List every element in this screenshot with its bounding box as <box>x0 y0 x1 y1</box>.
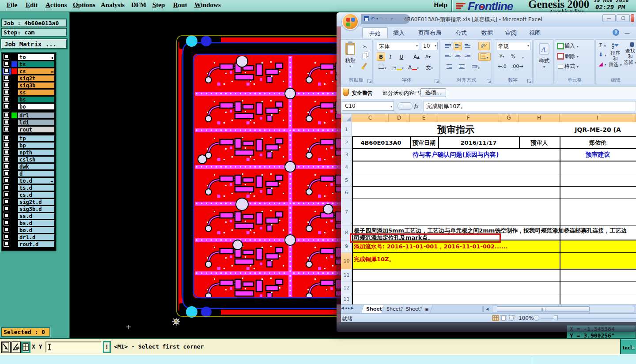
zoom-level[interactable]: 100% <box>519 315 534 321</box>
layer-checkbox-tp[interactable] <box>3 135 11 142</box>
ribbon-tab-4[interactable]: 公式 <box>450 27 473 38</box>
ribbon-tab-6[interactable]: 审阅 <box>500 27 522 38</box>
layer-row-cs.d[interactable]: cs.d <box>3 191 55 198</box>
phonetic-button[interactable]: 文▾ <box>423 63 436 71</box>
fill-color-button[interactable]: ◳▾ <box>391 63 404 71</box>
shrink-font-button[interactable]: A▾ <box>423 53 433 61</box>
layer-checkbox-npth[interactable] <box>3 149 11 156</box>
job-matrix-button[interactable]: Job Matrix ... <box>1 39 67 49</box>
paste-button[interactable]: 粘贴 ▾ <box>342 41 358 76</box>
font-color-button[interactable]: A▾ <box>407 63 420 71</box>
layer-name[interactable]: rout.d <box>18 241 55 248</box>
layer-checkbox-ss.d[interactable] <box>3 213 11 219</box>
merge-center-button[interactable]: ▾ <box>478 53 491 61</box>
xy-input[interactable] <box>45 341 102 353</box>
layer-row-ss.d[interactable]: ss.d <box>3 213 55 219</box>
units-toggle-button[interactable]: Inch <box>620 339 636 355</box>
layer-name[interactable]: drl.d <box>18 234 55 240</box>
layer-checkbox-dwk[interactable] <box>3 163 11 170</box>
delete-cells-button[interactable]: 删除 ▾ <box>558 53 579 61</box>
layer-checkbox-ts[interactable] <box>3 61 11 68</box>
layer-checkbox-rout.d[interactable] <box>3 241 11 248</box>
layer-row-bs[interactable]: bs <box>3 96 55 103</box>
format-cells-button[interactable]: 格式 ▾ <box>558 63 579 71</box>
clipboard-dialog-launcher[interactable] <box>367 79 371 83</box>
layer-checkbox-bs[interactable] <box>3 96 11 103</box>
command-bang-button[interactable]: ! <box>103 341 111 353</box>
layer-row-to[interactable]: to◄ <box>3 54 55 60</box>
office-button[interactable] <box>342 13 359 30</box>
layer-name[interactable]: tp <box>18 135 55 142</box>
menu-analysis[interactable]: Analysis <box>101 1 125 9</box>
zoom-tool-button[interactable] <box>1 341 11 353</box>
layer-name[interactable]: bo.d <box>18 227 55 233</box>
job-number-cell[interactable]: 4B60E013A0 <box>352 137 410 149</box>
minimize-button[interactable]: — <box>602 14 616 22</box>
row-header-11[interactable]: 11 <box>341 269 352 281</box>
layer-checkbox-cs.d[interactable] <box>3 191 11 198</box>
reviewer-cell[interactable]: 郑佑伦 <box>560 137 636 149</box>
zoom-out-button[interactable]: − <box>534 315 539 321</box>
layer-row-drl[interactable]: drl <box>3 112 55 119</box>
ribbon-tab-2[interactable]: 插入 <box>388 27 410 38</box>
row-header-6[interactable]: 6 <box>341 187 352 199</box>
wrap-text-button[interactable]: ▾ <box>469 63 482 71</box>
grow-font-button[interactable]: A▴ <box>411 53 422 61</box>
layer-row-ss[interactable]: ss <box>3 89 55 96</box>
menu-windows[interactable]: Windows <box>194 1 221 9</box>
layer-row-bo[interactable]: bo <box>3 103 55 110</box>
layer-checkbox-cs[interactable] <box>3 68 11 75</box>
layer-checkbox-d[interactable] <box>3 170 11 177</box>
layer-name[interactable]: bo <box>18 103 55 110</box>
number-dialog-launcher[interactable] <box>527 79 531 83</box>
menu-dfm[interactable]: DFM <box>131 1 146 9</box>
layer-row-rout.d[interactable]: rout.d <box>3 241 55 248</box>
layer-name[interactable]: bs.d <box>18 220 55 226</box>
ribbon-tab-1[interactable]: 开始 <box>362 27 388 38</box>
layer-name[interactable]: drl <box>18 112 55 119</box>
serial-number-note[interactable]: 添加流水号: 2016-11-01-001，2016-11-01-002....… <box>354 243 508 251</box>
ribbon-tab-5[interactable]: 数据 <box>476 27 498 38</box>
column-header-F[interactable]: F <box>438 114 499 122</box>
layer-checkbox-sig3b.d[interactable] <box>3 206 11 212</box>
review-date-label-cell[interactable]: 预审日期 <box>410 137 438 149</box>
layer-row-to.d[interactable]: to.d◄ <box>3 177 55 184</box>
layer-row-sig3b[interactable]: sig3b <box>3 82 55 89</box>
currency-format-button[interactable]: ¥▾ <box>496 53 507 60</box>
layer-row-bp[interactable]: bp <box>3 142 55 149</box>
underline-button[interactable]: U <box>395 53 408 61</box>
sheet-title-cell[interactable]: 预审指示 <box>352 122 560 137</box>
layer-row-cslsh[interactable]: cslsh <box>3 156 55 163</box>
menu-rout[interactable]: Rout <box>173 1 187 9</box>
review-date-cell[interactable]: 2016/11/17 <box>438 137 519 149</box>
layer-name[interactable]: cs⊞ <box>18 68 55 75</box>
layer-checkbox-rout[interactable] <box>3 126 11 133</box>
layer-name[interactable]: npth <box>18 149 55 156</box>
align-top-button[interactable] <box>444 42 452 50</box>
decrease-decimal-button[interactable]: .00→ <box>511 63 523 71</box>
align-middle-button[interactable] <box>454 42 462 50</box>
menu-edit[interactable]: Edit <box>26 1 38 9</box>
layer-checkbox-to[interactable] <box>3 54 11 60</box>
zoom-slider-thumb[interactable] <box>554 315 558 320</box>
layer-name[interactable]: sig2t <box>18 75 55 82</box>
help-icon[interactable]: ? <box>613 29 619 36</box>
layer-name[interactable]: d <box>18 170 55 177</box>
row-header-7[interactable]: 7 <box>341 199 352 225</box>
ribbon-tab-7[interactable]: 视图 <box>524 27 546 38</box>
layer-checkbox-ss[interactable] <box>3 89 11 96</box>
layer-checkbox-sig2t[interactable] <box>3 75 11 82</box>
layer-name[interactable]: ss <box>18 89 55 96</box>
copper-thickness-note[interactable]: 完成铜厚10Z。 <box>354 255 395 263</box>
layer-checkbox-to.d[interactable] <box>3 177 11 184</box>
insert-cells-button[interactable]: 插入 ▾ <box>558 42 579 51</box>
orientation-button[interactable]: ab <box>478 42 490 50</box>
formula-value[interactable]: 完成铜厚10Z。 <box>423 101 636 111</box>
doc-code-cell[interactable]: JQR-ME-20 (A <box>560 122 636 137</box>
styles-button[interactable]: A 样式 ▾ <box>536 43 553 69</box>
column-header-I[interactable]: I <box>560 114 636 122</box>
menu-actions[interactable]: Actions <box>45 1 67 9</box>
decrease-indent-button[interactable] <box>444 63 454 71</box>
layer-name[interactable]: cs.d <box>18 191 55 198</box>
number-format-combo[interactable]: 常规▾ <box>496 42 530 50</box>
